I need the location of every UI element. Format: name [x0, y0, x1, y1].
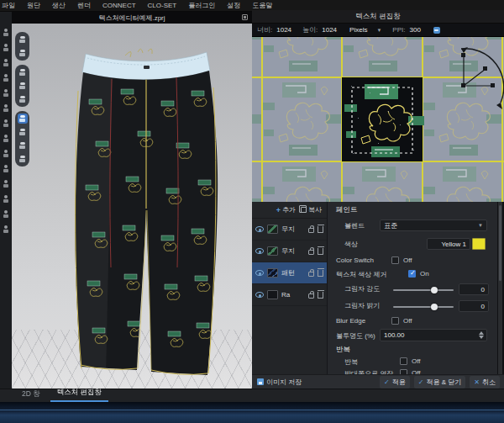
scene-tool-icon[interactable]: [3, 165, 10, 172]
ppi-value[interactable]: 300: [409, 26, 420, 34]
selected-texture-tile[interactable]: [342, 77, 424, 161]
visibility-eye-icon[interactable]: [255, 248, 264, 254]
visibility-eye-icon[interactable]: [255, 270, 264, 276]
layer-thumbnail: [267, 246, 278, 256]
menu-fabric[interactable]: 원단: [27, 1, 40, 10]
avatar-tool-icon[interactable]: [3, 29, 10, 36]
copy-layer-button[interactable]: 복사: [301, 205, 322, 214]
scene-tool-icon[interactable]: [3, 225, 10, 233]
color-switch-row: Color Switch Off: [328, 254, 497, 267]
slider-thumb[interactable]: [431, 287, 438, 293]
tab-texture-editor[interactable]: 텍스처 편집창: [50, 386, 108, 402]
texture-editor-titlebar: 텍스처 편집창: [252, 10, 504, 24]
save-image-button[interactable]: 이미지 저장: [257, 378, 302, 387]
layer-row[interactable]: Ra: [252, 284, 327, 306]
apply-close-button[interactable]: ✓ 적용 & 닫기: [414, 376, 465, 389]
blend-row: 블렌드 표준 ▼: [328, 219, 497, 232]
display-group: [15, 111, 29, 167]
bottom-tab-bar: 2D 창 텍스처 편집창: [0, 389, 504, 402]
remove-color-checkbox[interactable]: [408, 270, 416, 278]
texture-editor-toolbar: 너비: 1024 높이: 1024 Pixels ▼ PPI: 300: [252, 24, 504, 37]
color-swatch[interactable]: [472, 238, 486, 250]
panel-scrollbar[interactable]: [498, 202, 502, 374]
blur-edge-checkbox[interactable]: [391, 317, 399, 325]
garment-tool-icon[interactable]: [3, 135, 10, 142]
slider-thumb[interactable]: [431, 304, 438, 310]
repeat-checkbox[interactable]: [400, 357, 407, 365]
shadow-brightness-value[interactable]: 0: [459, 300, 489, 312]
opacity-input[interactable]: 100.00: [380, 329, 487, 341]
layer-row[interactable]: 무지: [252, 219, 327, 241]
menu-clo-set[interactable]: CLO-SET: [148, 2, 177, 9]
pin-icon[interactable]: [18, 81, 28, 91]
environment-icon[interactable]: [18, 154, 28, 164]
shadow-brightness-slider[interactable]: [393, 306, 454, 308]
show-garment-icon[interactable]: [18, 67, 28, 77]
menu-file[interactable]: 파일: [2, 1, 15, 10]
avatar-tool-icon[interactable]: [3, 74, 10, 82]
avatar-tool-icon[interactable]: [3, 44, 10, 51]
cancel-button[interactable]: ✕ 취소: [470, 376, 500, 389]
tab-2d-window[interactable]: 2D 창: [15, 388, 47, 402]
delete-icon[interactable]: [318, 226, 323, 233]
menu-production[interactable]: 생산: [52, 1, 66, 10]
unit-select[interactable]: Pixels: [349, 26, 367, 34]
avatar-tool-icon[interactable]: [3, 59, 10, 66]
lock-icon[interactable]: [308, 293, 314, 299]
show-avatar-icon[interactable]: [18, 94, 28, 104]
render-style-icon[interactable]: [18, 34, 28, 45]
blend-dropdown[interactable]: 표준 ▼: [380, 219, 487, 231]
garment-pants[interactable]: [12, 24, 252, 389]
delete-icon[interactable]: [318, 248, 323, 255]
menu-connect[interactable]: CONNECT: [102, 2, 136, 9]
menu-plugin[interactable]: 플러그인: [188, 1, 215, 10]
spinner-arrows-icon[interactable]: [479, 331, 484, 339]
layer-name: 패턴: [281, 268, 305, 278]
layer-row[interactable]: 무지: [252, 241, 327, 262]
delete-icon[interactable]: [318, 270, 323, 277]
avatar-display-icon[interactable]: [18, 140, 28, 151]
visibility-eye-icon[interactable]: [255, 226, 264, 232]
height-value[interactable]: 1024: [322, 26, 337, 34]
layer-thumbnail: [267, 290, 278, 299]
garment-tool-icon[interactable]: [3, 119, 10, 127]
garment-tool-icon[interactable]: [3, 150, 10, 157]
shadow-intensity-value[interactable]: 0: [459, 283, 489, 295]
scene-tool-icon[interactable]: [3, 180, 10, 188]
chevron-down-icon: ▼: [478, 223, 483, 228]
add-layer-button[interactable]: + 추가: [276, 205, 296, 214]
brush-icon[interactable]: [18, 127, 28, 137]
avatar-tool-icon[interactable]: [3, 104, 10, 112]
menu-help[interactable]: 도움말: [252, 1, 272, 10]
avatar-tool-icon[interactable]: [3, 89, 10, 97]
blur-edge-row: Blur Edge Off: [328, 315, 497, 328]
color-switch-state: Off: [403, 256, 412, 264]
scene-tool-icon[interactable]: [3, 195, 10, 203]
menu-settings[interactable]: 설정: [227, 1, 240, 10]
repeat-section-title: 반복: [336, 345, 350, 355]
shadow-intensity-slider[interactable]: [393, 289, 454, 291]
delete-icon[interactable]: [318, 292, 323, 299]
project-tab[interactable]: 텍스처에디터예제.zprj: [98, 13, 165, 23]
opacity-label: 불투명도 (%): [336, 331, 375, 341]
width-value[interactable]: 1024: [276, 26, 291, 34]
visibility-eye-icon[interactable]: [255, 292, 264, 298]
texture-canvas[interactable]: [252, 37, 504, 202]
layer-row-selected[interactable]: 패턴: [252, 262, 327, 284]
color-name-box[interactable]: Yellow 1: [427, 238, 470, 250]
lock-icon[interactable]: [308, 250, 314, 255]
link-icon[interactable]: [433, 27, 440, 34]
viewport-3d[interactable]: [12, 24, 252, 389]
lock-icon[interactable]: [308, 228, 314, 233]
chevron-down-icon[interactable]: ▼: [376, 28, 381, 33]
shadow-intensity-label: 그림자 강도: [344, 284, 380, 293]
color-switch-checkbox[interactable]: [391, 256, 399, 264]
scene-tool-icon[interactable]: [3, 210, 10, 218]
lock-icon[interactable]: [308, 272, 314, 277]
menu-render[interactable]: 렌더: [77, 1, 91, 10]
apply-button[interactable]: ✓ 적용: [380, 376, 410, 389]
layers-header: + 추가 복사: [252, 202, 327, 219]
render-style-icon[interactable]: [18, 48, 28, 58]
show-texture-icon[interactable]: [18, 114, 28, 124]
float-window-icon[interactable]: [242, 14, 248, 20]
